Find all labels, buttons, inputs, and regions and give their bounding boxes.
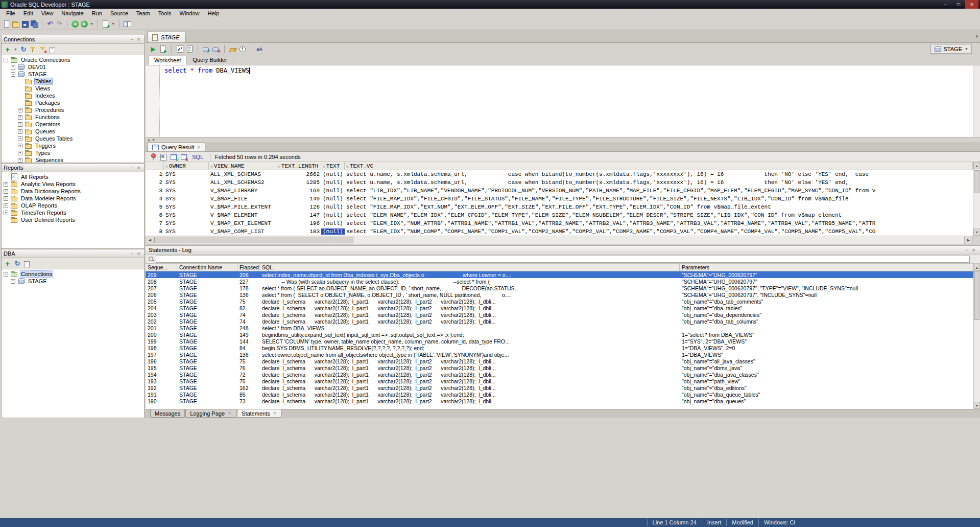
column-header-connection-name[interactable]: Connection Name bbox=[177, 264, 237, 271]
column-header-text-vc[interactable]: TEXT_VC bbox=[345, 162, 973, 170]
statement-row[interactable]: 191STAGE85declare l_schema varchar2(128)… bbox=[146, 391, 973, 398]
menu-item-help[interactable]: Help bbox=[204, 9, 224, 17]
subtab-worksheet[interactable]: Worksheet bbox=[148, 56, 187, 65]
collapse-all-icon[interactable] bbox=[49, 45, 57, 54]
statement-row[interactable]: 200STAGE149begindbms_utility.expand_sql_… bbox=[146, 331, 973, 338]
menu-item-source[interactable]: Source bbox=[106, 9, 132, 17]
collapse-icon[interactable] bbox=[4, 58, 8, 62]
statement-row[interactable]: 193STAGE75declare l_schema varchar2(128)… bbox=[146, 378, 973, 384]
statement-row[interactable]: 208STAGE227 -- Was (with scalar subquery… bbox=[146, 278, 973, 285]
table-row[interactable]: 8SYSV_$MAP_COMP_LIST183(null)select "ELE… bbox=[146, 227, 973, 236]
statement-row[interactable]: 203STAGE74declare l_schema varchar2(128)… bbox=[146, 311, 973, 318]
collapse-icon[interactable] bbox=[11, 72, 15, 77]
menu-item-view[interactable]: View bbox=[37, 9, 58, 17]
expand-icon[interactable] bbox=[4, 182, 8, 187]
panel-minimize-icon[interactable] bbox=[129, 165, 135, 171]
close-tab-icon[interactable] bbox=[227, 410, 232, 416]
menu-item-navigate[interactable]: Navigate bbox=[57, 9, 87, 17]
table-row[interactable]: 7SYSV_$MAP_EXT_ELEMENT196(null)select "E… bbox=[146, 219, 973, 227]
minimize-button[interactable] bbox=[939, 0, 952, 9]
horizontal-splitter[interactable]: ▲ ▼ bbox=[146, 137, 980, 142]
tree-item-operators[interactable]: Operators bbox=[2, 121, 144, 128]
tree-item-user-defined-reports[interactable]: User Defined Reports bbox=[2, 216, 144, 223]
scroll-left-icon[interactable]: ◀ bbox=[146, 236, 154, 244]
column-header-elapsed[interactable]: Elapsed bbox=[237, 264, 260, 271]
expand-icon[interactable] bbox=[11, 279, 15, 284]
row-number-header[interactable] bbox=[146, 162, 164, 170]
table-row[interactable]: 2SYSALL_XML_SCHEMAS21285(null)select u.n… bbox=[146, 178, 973, 187]
statement-row[interactable]: 197STAGE136select owner,object_name from… bbox=[146, 351, 973, 358]
scroll-up-icon[interactable]: ▲ bbox=[973, 162, 980, 169]
menu-item-team[interactable]: Team bbox=[132, 9, 154, 17]
statement-row[interactable]: 195STAGE76declare l_schema varchar2(128)… bbox=[146, 364, 973, 371]
expand-icon[interactable] bbox=[4, 189, 8, 194]
scroll-down-icon[interactable]: ▼ bbox=[974, 402, 980, 409]
tree-item-packages[interactable]: Packages bbox=[2, 99, 144, 106]
statements-search-input[interactable] bbox=[156, 256, 970, 263]
apply-filter-icon[interactable] bbox=[29, 45, 37, 54]
statement-row[interactable]: 190STAGE73declare l_schema varchar2(128)… bbox=[146, 398, 973, 404]
scrollbar-thumb[interactable] bbox=[154, 237, 353, 243]
sql-history-icon[interactable] bbox=[238, 45, 247, 53]
close-tab-icon[interactable] bbox=[272, 410, 277, 416]
menu-item-window[interactable]: Window bbox=[175, 9, 203, 17]
sql-toggle-label[interactable]: SQL bbox=[192, 154, 203, 160]
table-row[interactable]: 5SYSV_$MAP_FILE_EXTENT126(null)select "F… bbox=[146, 203, 973, 211]
expand-icon[interactable] bbox=[18, 122, 22, 127]
tree-item-connections[interactable]: Connections bbox=[2, 270, 144, 278]
column-header-view-name[interactable]: VIEW_NAME bbox=[209, 162, 276, 170]
panel-close-icon[interactable] bbox=[135, 165, 142, 171]
tree-item-timesten-reports[interactable]: TimesTen Reports bbox=[2, 209, 144, 216]
tab-list-icon[interactable]: ▾ bbox=[975, 34, 978, 39]
close-button[interactable] bbox=[965, 0, 978, 9]
menu-item-edit[interactable]: Edit bbox=[19, 9, 37, 17]
tree-item-olap-reports[interactable]: OLAP Reports bbox=[2, 202, 144, 209]
panel-close-icon[interactable] bbox=[135, 250, 142, 257]
sql-editor[interactable]: select * from DBA_VIEWS bbox=[146, 65, 973, 137]
dropdown-arrow-icon[interactable] bbox=[89, 21, 94, 26]
redo-icon[interactable] bbox=[55, 20, 63, 28]
tree-item-queues[interactable]: Queues bbox=[2, 128, 144, 135]
query-result-horizontal-scrollbar[interactable]: ◀ ▶ bbox=[146, 236, 973, 244]
autotrace-icon[interactable] bbox=[176, 45, 184, 53]
dropdown-arrow-icon[interactable] bbox=[13, 47, 18, 52]
statement-row[interactable]: 201STAGE248select * from DBA_VIEWS bbox=[146, 325, 973, 331]
statement-row[interactable]: 205STAGE75declare l_schema varchar2(128)… bbox=[146, 298, 973, 305]
back-icon[interactable] bbox=[71, 20, 79, 28]
add-connection-icon[interactable] bbox=[4, 260, 12, 268]
dropdown-arrow-icon[interactable] bbox=[111, 21, 115, 26]
worksheet-icon[interactable] bbox=[102, 20, 110, 28]
column-header-text-length[interactable]: TEXT_LENGTH bbox=[276, 162, 321, 170]
expand-icon[interactable] bbox=[18, 136, 22, 141]
query-result-vertical-scrollbar[interactable]: ▲ ▼ bbox=[973, 162, 980, 236]
search-icon[interactable] bbox=[148, 256, 155, 263]
rollback-icon[interactable] bbox=[212, 45, 220, 53]
tree-item-functions[interactable]: Functions bbox=[2, 113, 144, 121]
save-icon[interactable] bbox=[21, 20, 29, 28]
clear-icon[interactable] bbox=[229, 45, 237, 53]
pushpin-icon[interactable] bbox=[149, 153, 157, 161]
panel-close-icon[interactable] bbox=[135, 36, 142, 43]
save-grid-icon[interactable] bbox=[159, 153, 168, 161]
splitter-up-icon[interactable]: ▲ bbox=[147, 138, 151, 142]
to-upper-lower-icon[interactable] bbox=[255, 45, 264, 53]
tree-item-oracle-connections[interactable]: Oracle Connections bbox=[2, 56, 144, 63]
sort-icon[interactable] bbox=[210, 163, 213, 169]
bottom-tab-logging-page[interactable]: Logging Page bbox=[185, 409, 236, 418]
explain-plan-icon[interactable] bbox=[185, 45, 194, 53]
statement-row[interactable]: 202STAGE74declare l_schema varchar2(128)… bbox=[146, 318, 973, 325]
tree-item-queues-tables[interactable]: Queues Tables bbox=[2, 135, 144, 142]
sort-icon[interactable] bbox=[346, 163, 349, 169]
run-script-icon[interactable] bbox=[159, 45, 167, 53]
panel-minimize-icon[interactable] bbox=[964, 247, 970, 254]
editor-code-line[interactable]: select * from DBA_VIEWS bbox=[160, 65, 250, 137]
sort-icon[interactable] bbox=[323, 163, 325, 169]
tree-item-sequences[interactable]: Sequences bbox=[2, 156, 144, 163]
new-file-icon[interactable] bbox=[3, 20, 11, 28]
tab-stage-worksheet[interactable]: STAGE bbox=[148, 32, 186, 42]
maximize-button[interactable] bbox=[952, 0, 965, 9]
scrollbar-thumb[interactable] bbox=[974, 271, 979, 320]
collapse-icon[interactable] bbox=[4, 272, 8, 277]
tree-item-stage[interactable]: STAGE bbox=[2, 278, 144, 285]
refresh-icon[interactable] bbox=[19, 45, 28, 54]
